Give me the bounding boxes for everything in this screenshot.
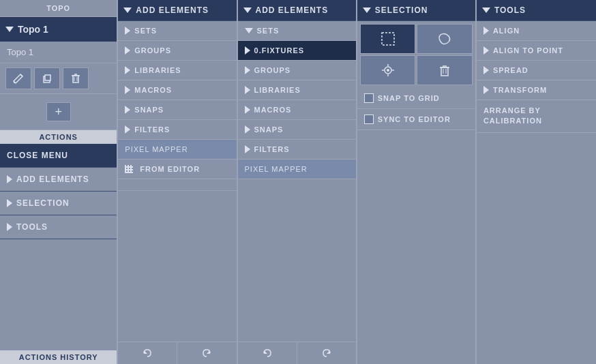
libraries-label: LIBRARIES — [134, 66, 181, 74]
svg-rect-18 — [441, 67, 448, 76]
tools-label: TOOLS — [16, 222, 48, 232]
svg-point-13 — [387, 69, 389, 72]
selection-button[interactable]: SELECTION — [0, 192, 117, 215]
svg-marker-10 — [327, 350, 330, 354]
settings-select-button[interactable] — [360, 55, 416, 85]
sync-to-editor-row[interactable]: SYNC TO EDITOR — [357, 109, 475, 130]
tools-expand-icon — [7, 223, 12, 231]
pixel-mapper-item-2[interactable]: PIXEL MAPPER — [238, 160, 356, 179]
add-elements-expand-icon — [7, 175, 12, 183]
delete-button[interactable] — [63, 67, 89, 89]
topo-item[interactable]: Topo 1 — [0, 42, 117, 63]
groups-item[interactable]: GROUPS — [118, 41, 236, 61]
actions-label: ACTIONS — [0, 130, 117, 144]
edit-button[interactable] — [5, 67, 31, 89]
arrange-by-calibration-item[interactable]: ARRANGE BYCALIBRATION — [477, 100, 596, 133]
add-elements-header-1: ADD ELEMENTS — [118, 0, 236, 21]
pixel-mapper-label-2: PIXEL MAPPER — [245, 165, 308, 173]
svg-marker-9 — [264, 350, 267, 354]
add-elements-button[interactable]: ADD ELEMENTS — [0, 168, 117, 192]
libraries-item-2[interactable]: LIBRARIES — [238, 80, 356, 100]
svg-marker-8 — [207, 350, 210, 354]
selection-expand-icon — [7, 199, 12, 207]
fixtures-expand-icon — [245, 46, 250, 55]
redo-button-2[interactable] — [297, 342, 356, 364]
snaps-label-2: SNAPS — [254, 125, 284, 134]
add-elements-title-2: ADD ELEMENTS — [256, 5, 329, 15]
sync-to-editor-checkbox[interactable] — [364, 115, 374, 124]
transform-label: TRANSFORM — [493, 86, 547, 94]
col2-footer — [238, 342, 356, 364]
snaps-item[interactable]: SNAPS — [118, 100, 236, 120]
expand-icon — [5, 27, 14, 32]
grid-icon — [125, 165, 133, 173]
add-topo-button[interactable]: + — [46, 102, 71, 121]
groups-label: GROUPS — [134, 46, 171, 55]
svg-rect-2 — [73, 76, 78, 82]
filters-item[interactable]: FILTERS — [118, 120, 236, 140]
macros-item-2[interactable]: MACROS — [238, 100, 356, 120]
macros-item[interactable]: MACROS — [118, 80, 236, 100]
svg-marker-7 — [144, 350, 147, 354]
add-elements-label: ADD ELEMENTS — [16, 175, 89, 184]
snap-to-grid-row[interactable]: SNAP TO GRID — [357, 88, 475, 109]
libraries-item[interactable]: LIBRARIES — [118, 61, 236, 80]
align-to-point-expand-icon — [483, 46, 489, 55]
close-menu-button[interactable]: CLOSE MENU — [0, 144, 117, 168]
macros-label: MACROS — [134, 86, 172, 94]
snap-to-grid-checkbox[interactable] — [364, 93, 374, 103]
actions-history-label: ACTIONS HISTORY — [0, 350, 117, 364]
groups-label-2: GROUPS — [254, 66, 291, 74]
selection-title: SELECTION — [375, 5, 428, 15]
undo-button-1[interactable] — [118, 342, 177, 364]
sets-label: SETS — [134, 27, 157, 35]
tools-title: TOOLS — [494, 5, 526, 15]
spread-expand-icon — [483, 66, 489, 74]
svg-rect-11 — [382, 33, 394, 45]
selection-header: SELECTION — [357, 0, 475, 21]
libraries-expand-icon — [125, 66, 130, 74]
sets-item-2[interactable]: SETS — [238, 21, 356, 41]
fixtures-item[interactable]: 0.FIXTURES — [238, 41, 356, 61]
transform-item[interactable]: TRANSFORM — [477, 80, 596, 100]
filters-expand-icon — [125, 125, 130, 134]
from-editor-item[interactable]: FROM EDITOR — [118, 160, 236, 179]
snaps-label: SNAPS — [134, 106, 164, 114]
align-label: ALIGN — [493, 27, 520, 35]
filters-item-2[interactable]: FILTERS — [238, 140, 356, 160]
copy-button[interactable] — [34, 67, 60, 89]
topo-selected-label: Topo 1 — [18, 24, 48, 35]
groups-expand-icon-2 — [245, 66, 250, 74]
undo-button-2[interactable] — [238, 342, 297, 364]
tools-header-icon — [482, 7, 490, 13]
lasso-select-button[interactable] — [417, 24, 473, 54]
snap-to-grid-label: SNAP TO GRID — [378, 94, 440, 102]
trash-button[interactable] — [417, 55, 473, 85]
topo-sidebar: TOPO Topo 1 Topo 1 — [0, 0, 118, 364]
filters-label: FILTERS — [134, 125, 170, 134]
macros-expand-icon-2 — [245, 106, 250, 114]
redo-button-1[interactable] — [177, 342, 236, 364]
pixel-mapper-item[interactable]: PIXEL MAPPER — [118, 140, 236, 160]
sets-expand-icon — [125, 27, 130, 35]
extra-item[interactable] — [118, 179, 236, 191]
tools-button[interactable]: TOOLS — [0, 215, 117, 239]
align-item[interactable]: ALIGN — [477, 21, 596, 41]
align-to-point-item[interactable]: ALIGN TO POINT — [477, 41, 596, 61]
macros-expand-icon — [125, 86, 130, 94]
sets-item[interactable]: SETS — [118, 21, 236, 41]
rect-select-button[interactable] — [360, 24, 416, 54]
close-menu-label: CLOSE MENU — [7, 151, 68, 160]
filters-expand-icon-2 — [245, 145, 250, 153]
filters-label-2: FILTERS — [254, 145, 290, 153]
snaps-item-2[interactable]: SNAPS — [238, 120, 356, 140]
from-editor-label: FROM EDITOR — [140, 165, 200, 173]
add-elements-panel-2: ADD ELEMENTS SETS 0.FIXTURES GROUPS LIBR… — [238, 0, 357, 364]
spread-item[interactable]: SPREAD — [477, 61, 596, 80]
align-to-point-label: ALIGN TO POINT — [493, 46, 563, 55]
selection-panel: SELECTION — [357, 0, 477, 364]
groups-item-2[interactable]: GROUPS — [238, 61, 356, 80]
sets-label-2: SETS — [257, 27, 280, 35]
topo-selected-row[interactable]: Topo 1 — [0, 17, 117, 42]
topo-icon-row — [0, 63, 117, 94]
